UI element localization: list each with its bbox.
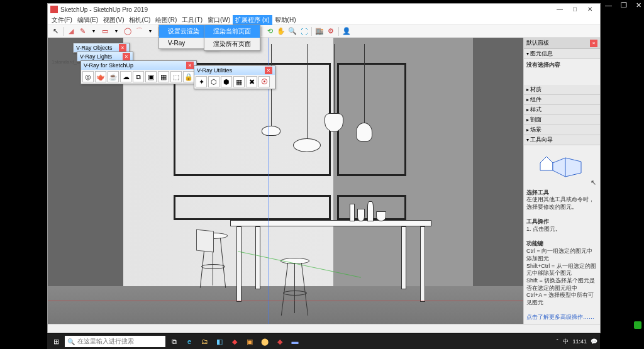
explorer-icon[interactable]: 🗂 <box>198 335 211 348</box>
outer-close-button[interactable]: ✕ <box>636 1 641 9</box>
util-icon[interactable]: ✖ <box>246 76 257 87</box>
eraser-tool-icon[interactable]: ◢ <box>66 26 76 36</box>
menu-view[interactable]: 视图(V) <box>101 15 126 25</box>
window-close-button[interactable]: ✕ <box>582 4 597 14</box>
close-icon[interactable]: × <box>265 67 272 74</box>
vray-batch-icon[interactable]: ▦ <box>158 71 169 82</box>
dining-table <box>230 220 431 302</box>
submenu-label: 渲染所有页面 <box>213 40 251 48</box>
table-decor <box>350 201 386 221</box>
app-window: SketchUp - SketchUp Pro 2019 — □ ✕ 文件(F)… <box>47 3 601 333</box>
vray-viewport-icon[interactable]: ⧉ <box>133 71 144 82</box>
panel-vray-utilities[interactable]: V-Ray Utilities× ✦ ⬡ ⬢ ▦ ✖ ⦿ <box>194 65 275 89</box>
section-components[interactable]: 组件 <box>524 95 600 105</box>
main-toolbar: ↖ ◢ ✎ ▼ ▭ ▼ ◯ ⌒ ▼ ⬒ ◉ ✥ ↻ ⤢ 📏 A 🪣 ⟲ ✋ 🔍 … <box>48 25 600 38</box>
util-icon[interactable]: ⬡ <box>208 76 219 87</box>
section-section[interactable]: 割面 <box>524 115 600 125</box>
warehouse-icon[interactable]: 🏬 <box>314 26 325 36</box>
instructor-title: 选择工具 <box>526 189 549 196</box>
task-view-icon[interactable]: ⧉ <box>168 335 180 348</box>
menu-camera[interactable]: 相机(C) <box>126 15 153 25</box>
zoom-extents-icon[interactable]: ⛶ <box>299 26 309 36</box>
menu-extensions[interactable]: 扩展程序 (x) <box>233 15 272 25</box>
section-styles[interactable]: 样式 <box>524 105 600 115</box>
app-icon[interactable]: ⬤ <box>258 335 271 348</box>
vray-cloud-icon[interactable]: ☁ <box>120 71 131 82</box>
vray-interactive-icon[interactable]: ☕ <box>108 71 119 82</box>
util-icon[interactable]: ⬢ <box>221 76 232 87</box>
outer-window-controls: — ❐ ✕ <box>605 1 641 9</box>
instructor-desc: 在使用其他工具或命令时，选择要修改的图元。 <box>526 196 594 210</box>
vray-lock-icon[interactable]: 🔒 <box>183 71 194 82</box>
circle-tool-icon[interactable]: ◯ <box>123 26 133 36</box>
vray-asset-editor-icon[interactable]: ◎ <box>82 71 94 82</box>
app-icon[interactable]: ▣ <box>243 335 256 348</box>
edge-icon[interactable]: e <box>183 335 196 348</box>
dropdown-icon[interactable]: ▼ <box>111 26 121 36</box>
render-all-pages[interactable]: 渲染所有页面 <box>204 38 260 50</box>
vray-render-icon[interactable]: 🫖 <box>95 71 106 82</box>
instructor-more-link[interactable]: 点击了解更多高级操作…… <box>526 314 594 320</box>
select-tool-icon[interactable]: ↖ <box>50 26 60 36</box>
rectangle-tool-icon[interactable]: ▭ <box>100 26 110 36</box>
app-icon[interactable]: ◆ <box>228 335 241 348</box>
tray-notifications-icon[interactable]: 💬 <box>591 338 597 345</box>
section-instructor[interactable]: 工具向导 <box>524 135 600 145</box>
close-icon[interactable]: × <box>186 62 194 69</box>
dropdown-icon[interactable]: ▼ <box>89 26 99 36</box>
panel-title: V-Ray for SketchUp <box>84 62 133 69</box>
wall-panel <box>174 195 331 220</box>
app-icon[interactable]: ▬ <box>289 335 301 348</box>
window-min-button[interactable]: — <box>552 4 567 14</box>
menu-edit[interactable]: 编辑(E) <box>75 15 101 25</box>
dropdown-icon[interactable]: ▼ <box>145 26 155 36</box>
menu-help[interactable]: 帮助(H) <box>272 15 299 25</box>
vray-vfb-icon[interactable]: ▣ <box>145 71 157 82</box>
menu-draw[interactable]: 绘图(R) <box>153 15 179 25</box>
close-icon[interactable]: × <box>119 44 126 52</box>
tray-title: 默认面板 <box>526 39 549 47</box>
pan-tool-icon[interactable]: ✋ <box>276 26 286 36</box>
taskbar-search[interactable]: 🔍 在这里输入进行搜索 <box>65 336 165 347</box>
menu-file[interactable]: 文件(F) <box>49 15 75 25</box>
util-icon[interactable]: ▦ <box>233 76 245 87</box>
pendant-lamp <box>293 44 321 152</box>
panel-title: V-Ray Utilities <box>197 67 232 74</box>
section-materials[interactable]: 材质 <box>524 85 600 95</box>
zoom-tool-icon[interactable]: 🔍 <box>287 26 297 36</box>
render-current-page[interactable]: 渲染当前页面 <box>204 25 260 38</box>
outer-min-button[interactable]: — <box>605 1 612 9</box>
panel-vray-main[interactable]: V-Ray for SketchUp× ◎ 🫖 ☕ ☁ ⧉ ▣ ▦ ⬚ 🔒 <box>80 60 197 84</box>
tray-time: 11:41 <box>572 338 587 345</box>
render-submenu: 渲染当前页面 渲染所有页面 <box>204 25 260 51</box>
panel-title: V-Ray Lights <box>80 53 112 60</box>
start-button[interactable]: ⊞ <box>50 335 62 348</box>
close-icon[interactable]: × <box>123 53 130 60</box>
titlebar: SketchUp - SketchUp Pro 2019 — □ ✕ <box>48 4 600 15</box>
section-entity-info[interactable]: 图元信息 <box>524 49 600 59</box>
sketchup-taskbar-icon[interactable]: ◆ <box>274 335 286 348</box>
orbit-tool-icon[interactable]: ⟲ <box>265 26 275 36</box>
outer-max-button[interactable]: ❐ <box>621 1 627 9</box>
tray-ime-icon[interactable]: 中 <box>563 338 569 346</box>
window-max-button[interactable]: □ <box>567 4 582 14</box>
3d-viewport[interactable]: 1standard_Camera <box>48 38 523 324</box>
menu-tools[interactable]: 工具(T) <box>179 15 205 25</box>
util-icon[interactable]: ⦿ <box>258 76 270 87</box>
search-icon: 🔍 <box>67 338 75 345</box>
pencil-tool-icon[interactable]: ✎ <box>77 26 87 36</box>
pendant-lamp <box>325 44 343 132</box>
vray-frame-icon[interactable]: ⬚ <box>170 71 182 82</box>
user-icon[interactable]: 👤 <box>341 26 352 36</box>
notification-indicator[interactable] <box>634 321 641 329</box>
util-icon[interactable]: ✦ <box>196 76 207 87</box>
tray-up-icon[interactable]: ˄ <box>556 338 559 345</box>
app-icon[interactable]: ◧ <box>213 335 226 348</box>
tray-header[interactable]: 默认面板 × <box>524 38 600 49</box>
close-icon[interactable]: × <box>590 40 597 47</box>
extension-icon[interactable]: ⚙ <box>326 26 336 36</box>
arc-tool-icon[interactable]: ⌒ <box>134 26 144 36</box>
menu-window[interactable]: 窗口(W) <box>205 15 233 25</box>
cursor-icon: ↖ <box>591 178 596 187</box>
section-scenes[interactable]: 场景 <box>524 125 600 135</box>
